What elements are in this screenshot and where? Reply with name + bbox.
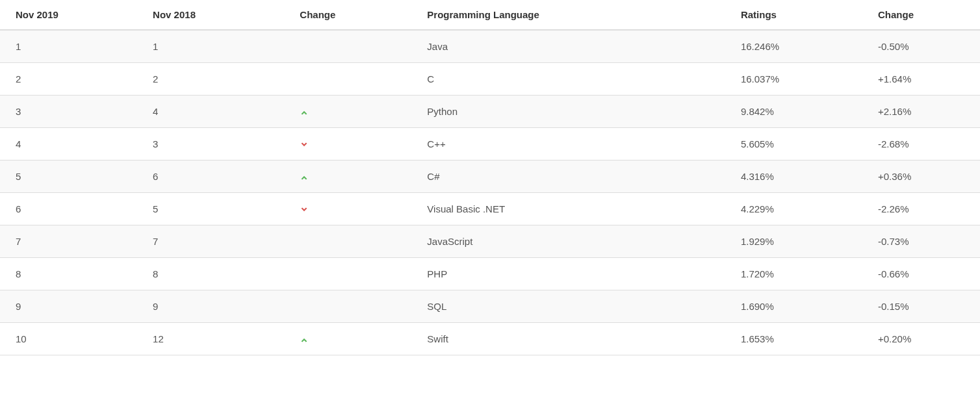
cell-rank-2019: 9: [0, 290, 137, 323]
cell-change-direction: [284, 63, 411, 96]
cell-change-direction: [284, 225, 411, 258]
cell-rank-2019: 7: [0, 225, 137, 258]
cell-change-direction: [284, 30, 411, 63]
header-change-direction: Change: [284, 0, 411, 30]
header-nov-2018: Nov 2018: [137, 0, 284, 30]
cell-change-percent: +2.16%: [862, 96, 980, 128]
cell-change-direction: [284, 128, 411, 160]
table-row: 34Python9.842%+2.16%: [0, 96, 980, 128]
table-row: 65Visual Basic .NET4.229%-2.26%: [0, 193, 980, 225]
cell-change-percent: +0.20%: [862, 323, 980, 355]
cell-language: Java: [411, 30, 725, 63]
chevron-up-icon: [300, 108, 309, 117]
cell-rank-2019: 5: [0, 160, 137, 193]
cell-ratings: 4.229%: [725, 193, 862, 225]
cell-change-percent: -2.26%: [862, 193, 980, 225]
cell-rank-2018: 7: [137, 225, 284, 258]
cell-change-percent: -0.15%: [862, 290, 980, 323]
cell-rank-2019: 2: [0, 63, 137, 96]
cell-ratings: 1.720%: [725, 258, 862, 290]
cell-change-percent: +0.36%: [862, 160, 980, 193]
cell-language: PHP: [411, 258, 725, 290]
cell-language: SQL: [411, 290, 725, 323]
cell-change-direction: [284, 160, 411, 193]
cell-rank-2019: 8: [0, 258, 137, 290]
cell-language: JavaScript: [411, 225, 725, 258]
cell-language: Visual Basic .NET: [411, 193, 725, 225]
table-row: 99SQL1.690%-0.15%: [0, 290, 980, 323]
cell-ratings: 1.690%: [725, 290, 862, 323]
cell-change-percent: -0.73%: [862, 225, 980, 258]
table-row: 56C#4.316%+0.36%: [0, 160, 980, 193]
cell-change-direction: [284, 193, 411, 225]
cell-rank-2019: 1: [0, 30, 137, 63]
cell-ratings: 5.605%: [725, 128, 862, 160]
cell-rank-2018: 9: [137, 290, 284, 323]
cell-rank-2019: 6: [0, 193, 137, 225]
chevron-down-icon: [300, 205, 309, 214]
cell-language: C++: [411, 128, 725, 160]
cell-change-direction: [284, 323, 411, 355]
header-ratings: Ratings: [725, 0, 862, 30]
header-nov-2019: Nov 2019: [0, 0, 137, 30]
cell-rank-2018: 5: [137, 193, 284, 225]
table-row: 11Java16.246%-0.50%: [0, 30, 980, 63]
cell-rank-2018: 6: [137, 160, 284, 193]
table-row: 77JavaScript1.929%-0.73%: [0, 225, 980, 258]
chevron-up-icon: [300, 173, 309, 182]
cell-rank-2019: 3: [0, 96, 137, 128]
cell-rank-2018: 4: [137, 96, 284, 128]
cell-rank-2019: 4: [0, 128, 137, 160]
cell-rank-2018: 12: [137, 323, 284, 355]
cell-language: Swift: [411, 323, 725, 355]
table-row: 88PHP1.720%-0.66%: [0, 258, 980, 290]
cell-rank-2018: 2: [137, 63, 284, 96]
cell-change-direction: [284, 96, 411, 128]
cell-ratings: 4.316%: [725, 160, 862, 193]
cell-rank-2018: 8: [137, 258, 284, 290]
cell-ratings: 16.246%: [725, 30, 862, 63]
cell-ratings: 9.842%: [725, 96, 862, 128]
cell-language: Python: [411, 96, 725, 128]
table-row: 43C++5.605%-2.68%: [0, 128, 980, 160]
header-change-percent: Change: [862, 0, 980, 30]
cell-ratings: 16.037%: [725, 63, 862, 96]
ranking-table: Nov 2019 Nov 2018 Change Programming Lan…: [0, 0, 980, 355]
header-programming-language: Programming Language: [411, 0, 725, 30]
cell-ratings: 1.929%: [725, 225, 862, 258]
cell-rank-2019: 10: [0, 323, 137, 355]
chevron-up-icon: [300, 335, 309, 344]
cell-change-direction: [284, 290, 411, 323]
cell-change-percent: -0.66%: [862, 258, 980, 290]
cell-language: C: [411, 63, 725, 96]
cell-change-percent: -2.68%: [862, 128, 980, 160]
table-row: 1012Swift1.653%+0.20%: [0, 323, 980, 355]
cell-rank-2018: 1: [137, 30, 284, 63]
cell-language: C#: [411, 160, 725, 193]
chevron-down-icon: [300, 140, 309, 149]
cell-ratings: 1.653%: [725, 323, 862, 355]
cell-change-direction: [284, 258, 411, 290]
table-header-row: Nov 2019 Nov 2018 Change Programming Lan…: [0, 0, 980, 30]
table-row: 22C16.037%+1.64%: [0, 63, 980, 96]
cell-rank-2018: 3: [137, 128, 284, 160]
cell-change-percent: -0.50%: [862, 30, 980, 63]
cell-change-percent: +1.64%: [862, 63, 980, 96]
